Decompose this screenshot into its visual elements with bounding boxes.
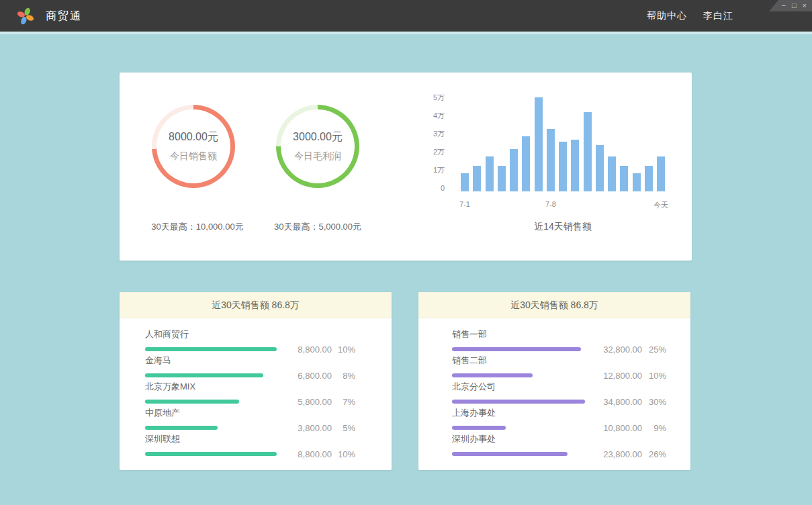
rank-percent: 8% (332, 371, 355, 381)
rank-amount: 8,800.00 (279, 345, 332, 355)
y-tick-label: 3万 (402, 128, 445, 139)
maximize-icon[interactable]: □ (792, 0, 797, 11)
app-title: 商贸通 (46, 0, 82, 32)
rank-item-line: 32,800.0025% (452, 345, 666, 354)
chart-bar (657, 156, 665, 191)
rank-amount: 3,800.00 (279, 423, 332, 433)
chart-bar (535, 97, 543, 191)
rank-bar (452, 347, 581, 351)
today-sales-label: 今日销售额 (170, 150, 217, 163)
profit-30d-max-note: 30天最高：5,000.00元 (240, 221, 396, 233)
rank-percent: 26% (642, 449, 666, 459)
rank-bar-track (145, 452, 279, 456)
chart-bar (620, 166, 628, 191)
user-menu[interactable]: 李白江 (703, 10, 733, 22)
rank-bar (145, 347, 277, 351)
rank-row: 北京分公司34,800.0030% (452, 381, 666, 408)
sales-14d-bar-chart (461, 91, 665, 191)
app-window: 商贸通 帮助中心 李白江 − □ × 8000.00元 今日销售额 30天最高：… (0, 0, 812, 505)
rank-bar-track (452, 426, 586, 430)
chart-bar (486, 156, 494, 191)
rank-bar (452, 452, 568, 456)
chart-bar (461, 173, 469, 191)
rank-bar-track (452, 400, 586, 404)
rank-item-line: 8,800.0010% (145, 345, 355, 354)
rank-item-name: 上海办事处 (452, 408, 666, 418)
y-tick-label: 4万 (402, 110, 445, 121)
chart-bar (584, 112, 592, 191)
chart-bar (522, 136, 530, 191)
rank-amount: 23,800.00 (588, 449, 642, 459)
department-rank-card: 近30天销售额 86.8万 销售一部32,800.0025%销售二部12,800… (418, 292, 690, 470)
rank-bar (452, 400, 585, 404)
rank-item-line: 8,800.0010% (145, 449, 355, 459)
rank-bar-track (452, 452, 586, 456)
rank-amount: 34,800.00 (588, 397, 642, 407)
chart-bar (510, 149, 518, 191)
close-icon[interactable]: × (803, 0, 807, 11)
rank-amount: 32,800.00 (588, 345, 642, 355)
rank-item-line: 6,800.008% (145, 371, 355, 380)
rank-bar (145, 373, 263, 377)
y-tick-label: 5万 (402, 92, 445, 103)
rank-row: 深圳办事处23,800.0026% (452, 434, 666, 460)
rank-item-line: 23,800.0026% (452, 449, 666, 459)
rank-amount: 6,800.00 (279, 371, 332, 381)
chart-x-axis: 7-17-8今天 (461, 200, 665, 211)
chart-y-axis: 5万4万3万2万1万0 (402, 73, 445, 197)
rank-row: 销售一部32,800.0025% (452, 329, 666, 355)
chart-bar (571, 140, 579, 191)
help-center-link[interactable]: 帮助中心 (647, 10, 687, 22)
rank-item-line: 5,800.007% (145, 397, 355, 406)
rank-row: 上海办事处10,800.009% (452, 408, 666, 434)
window-controls: − □ × (769, 0, 812, 11)
today-sales-ring: 8000.00元 今日销售额 (152, 105, 235, 188)
chart-bar (559, 142, 567, 191)
rank-row: 深圳联想8,800.0010% (145, 434, 355, 460)
chart-bar (498, 166, 506, 191)
rank-amount: 8,800.00 (279, 449, 332, 459)
minimize-icon[interactable]: − (781, 0, 785, 11)
rank-bar (452, 373, 533, 377)
rank-amount: 12,800.00 (588, 371, 642, 381)
rank-bar-track (145, 373, 279, 377)
rank-item-name: 金海马 (145, 355, 355, 366)
rank-item-name: 北京万象MIX (145, 381, 355, 392)
today-profit-ring: 3000.00元 今日毛利润 (276, 105, 359, 188)
rank-item-name: 北京分公司 (452, 381, 666, 392)
rank-amount: 10,800.00 (588, 423, 642, 433)
rank-row: 销售二部12,800.0010% (452, 355, 666, 381)
rank-bar (145, 426, 218, 430)
customer-rank-card: 近30天销售额 86.8万 人和商贸行8,800.0010%金海马6,800.0… (120, 292, 392, 470)
rank-percent: 10% (332, 449, 355, 459)
chart-bar (633, 173, 641, 191)
rank-item-line: 10,800.009% (452, 423, 666, 432)
today-overview-card: 8000.00元 今日销售额 30天最高：10,000.00元 3000.00元… (120, 73, 692, 261)
today-profit-label: 今日毛利润 (294, 150, 341, 163)
today-sales-value: 8000.00元 (169, 130, 218, 144)
rank-percent: 10% (642, 371, 666, 381)
department-rank-title: 近30天销售额 86.8万 (418, 292, 690, 318)
rank-percent: 9% (642, 423, 666, 433)
rank-bar (145, 452, 277, 456)
rank-item-name: 销售一部 (452, 329, 666, 340)
y-tick-label: 2万 (402, 146, 445, 157)
rank-bar-track (452, 373, 586, 377)
rank-row: 北京万象MIX5,800.007% (145, 381, 355, 408)
chart-bar (596, 145, 604, 191)
rank-bar (452, 426, 506, 430)
chart-title: 近14天销售额 (461, 221, 665, 233)
rank-percent: 7% (332, 397, 355, 407)
x-tick-label: 7-1 (459, 200, 470, 208)
titlebar-menu: 帮助中心 李白江 (647, 0, 733, 32)
rank-bar-track (452, 347, 586, 351)
rank-item-name: 销售二部 (452, 355, 666, 366)
pinwheel-logo-icon (15, 6, 36, 26)
today-profit-value: 3000.00元 (293, 130, 343, 144)
header-divider (0, 32, 812, 34)
customer-rank-list: 人和商贸行8,800.0010%金海马6,800.008%北京万象MIX5,80… (120, 318, 392, 460)
chart-bar (547, 129, 555, 191)
rank-item-name: 人和商贸行 (145, 329, 355, 340)
chart-bar (645, 166, 653, 191)
customer-rank-title: 近30天销售额 86.8万 (120, 292, 392, 318)
